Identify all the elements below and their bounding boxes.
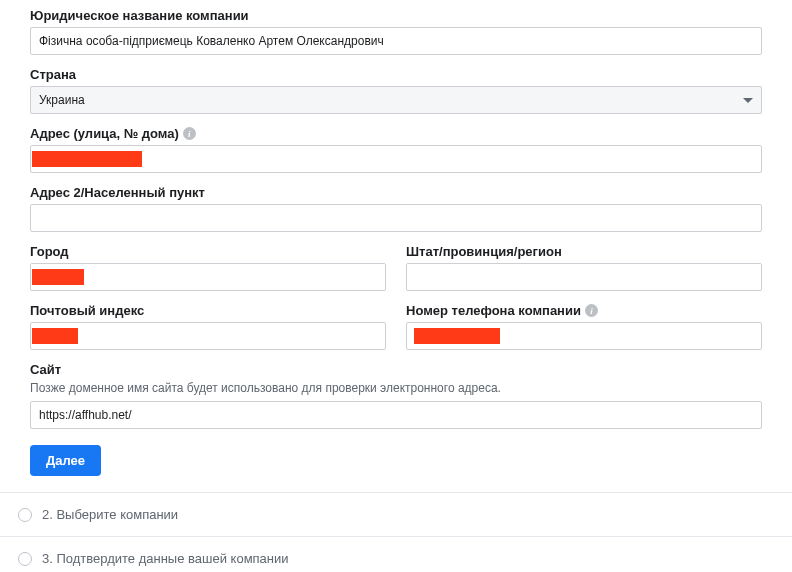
step-2-row[interactable]: 2. Выберите компании (0, 492, 792, 536)
country-group: Страна Украина (30, 67, 762, 114)
radio-empty-icon (18, 552, 32, 566)
state-input[interactable] (406, 263, 762, 291)
step-3-row[interactable]: 3. Подтвердите данные вашей компании (0, 536, 792, 572)
address2-input[interactable] (30, 204, 762, 232)
phone-group: Номер телефона компании i (406, 303, 762, 350)
radio-empty-icon (18, 508, 32, 522)
city-label: Город (30, 244, 386, 259)
postal-group: Почтовый индекс (30, 303, 386, 350)
country-value: Украина (39, 93, 85, 107)
info-icon: i (183, 127, 196, 140)
postal-label: Почтовый индекс (30, 303, 386, 318)
site-input[interactable] (30, 401, 762, 429)
phone-label: Номер телефона компании i (406, 303, 762, 318)
address2-label: Адрес 2/Населенный пункт (30, 185, 762, 200)
city-group: Город (30, 244, 386, 291)
state-group: Штат/провинция/регион (406, 244, 762, 291)
state-label: Штат/провинция/регион (406, 244, 762, 259)
company-name-input[interactable] (30, 27, 762, 55)
redacted-block (32, 269, 84, 285)
step-3-label: 3. Подтвердите данные вашей компании (42, 551, 289, 566)
next-button[interactable]: Далее (30, 445, 101, 476)
site-group: Сайт Позже доменное имя сайта будет испо… (30, 362, 762, 429)
address2-group: Адрес 2/Населенный пункт (30, 185, 762, 232)
country-label: Страна (30, 67, 762, 82)
info-icon: i (585, 304, 598, 317)
postal-input[interactable] (30, 322, 386, 350)
redacted-block (414, 328, 500, 344)
redacted-block (32, 151, 142, 167)
redacted-block (32, 328, 78, 344)
step-2-label: 2. Выберите компании (42, 507, 178, 522)
country-select[interactable]: Украина (30, 86, 762, 114)
site-label: Сайт (30, 362, 762, 377)
chevron-down-icon (743, 98, 753, 103)
address1-group: Адрес (улица, № дома) i (30, 126, 762, 173)
site-helper: Позже доменное имя сайта будет использов… (30, 381, 762, 395)
company-name-group: Юридическое название компании (30, 8, 762, 55)
company-name-label: Юридическое название компании (30, 8, 762, 23)
address1-label: Адрес (улица, № дома) i (30, 126, 762, 141)
